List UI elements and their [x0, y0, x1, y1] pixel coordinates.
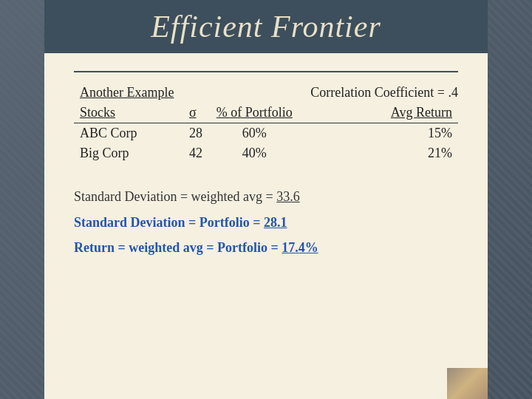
table-row-heading: Another Example Correlation Coefficient … — [74, 83, 458, 103]
table-row-abc-corp: ABC Corp 28 60% 15% — [74, 123, 458, 144]
avg-return-col-header: Avg Return — [300, 103, 458, 123]
slide-container: 8-14 Efficient Frontier Another Example … — [0, 0, 532, 399]
table-row-big-corp: Big Corp 42 40% 21% — [74, 143, 458, 163]
table-row-col-headers: Stocks σ % of Portfolio Avg Return — [74, 103, 458, 123]
summary-line2-value: 28.1 — [264, 215, 287, 230]
summary-line2-prefix: Standard Deviation = Portfolio = — [74, 215, 264, 230]
big-corp-portfolio: 40% — [209, 143, 300, 163]
slide-title: Efficient Frontier — [151, 9, 381, 44]
sigma-col-empty1 — [183, 83, 209, 103]
left-border-decoration — [0, 0, 44, 399]
summary-line3-prefix: Return = weighted avg = Portfolio = — [74, 240, 282, 255]
table-section: Another Example Correlation Coefficient … — [74, 83, 458, 163]
stocks-col-header: Stocks — [74, 103, 183, 123]
summary-section: Standard Deviation = weighted avg = 33.6… — [74, 185, 458, 259]
big-corp-sigma: 42 — [183, 143, 209, 163]
summary-line-1: Standard Deviation = weighted avg = 33.6 — [74, 185, 458, 208]
abc-corp-name: ABC Corp — [74, 123, 183, 144]
data-table: Another Example Correlation Coefficient … — [74, 83, 458, 163]
big-corp-name: Big Corp — [74, 143, 183, 163]
summary-line1-value: 33.6 — [276, 189, 300, 204]
portfolio-col-empty1 — [209, 83, 300, 103]
header-divider — [74, 71, 458, 72]
portfolio-col-header: % of Portfolio — [209, 103, 300, 123]
abc-corp-portfolio: 60% — [209, 123, 300, 144]
big-corp-return: 21% — [300, 143, 458, 163]
summary-line3-value: 17.4% — [282, 240, 318, 255]
header-bar: Efficient Frontier — [44, 0, 488, 53]
summary-line-2: Standard Deviation = Portfolio = 28.1 — [74, 211, 458, 234]
summary-line-3: Return = weighted avg = Portfolio = 17.4… — [74, 236, 458, 259]
correlation-label: Correlation Coefficient = .4 — [300, 83, 458, 103]
right-border-decoration — [488, 0, 532, 399]
sigma-col-header: σ — [183, 103, 209, 123]
summary-line1-prefix: Standard Deviation = weighted avg = — [74, 189, 276, 204]
content-area: Another Example Correlation Coefficient … — [44, 53, 488, 399]
bottom-right-decoration — [447, 368, 488, 399]
abc-corp-sigma: 28 — [183, 123, 209, 144]
abc-corp-return: 15% — [300, 123, 458, 144]
another-example-label: Another Example — [74, 83, 183, 103]
